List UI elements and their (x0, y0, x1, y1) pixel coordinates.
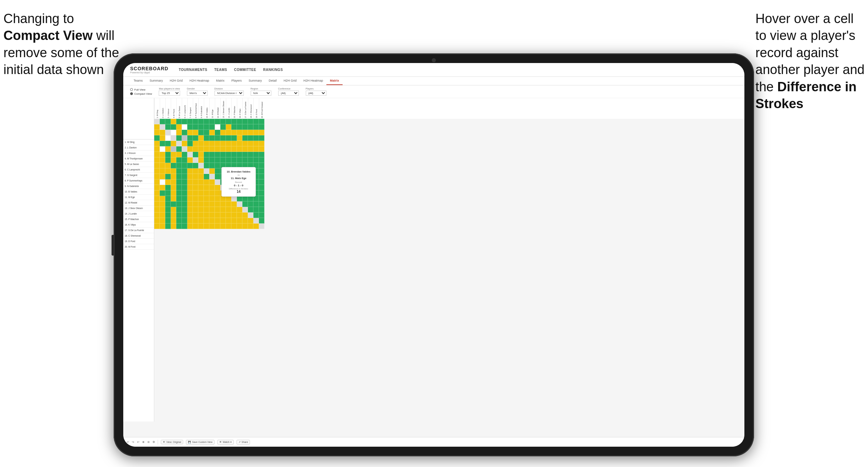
matrix-cell-18-10[interactable] (204, 212, 209, 218)
matrix-cell-7-8[interactable] (193, 152, 198, 157)
matrix-cell-2-16[interactable] (237, 124, 242, 130)
tab-teams[interactable]: Teams (130, 77, 146, 85)
matrix-cell-7-9[interactable] (198, 152, 204, 157)
matrix-cell-12-3[interactable] (165, 179, 171, 185)
matrix-cell-5-7[interactable] (187, 141, 193, 146)
matrix-cell-15-9[interactable] (198, 196, 204, 201)
matrix-cell-15-17[interactable] (242, 196, 248, 201)
matrix-cell-6-19[interactable] (253, 146, 259, 152)
matrix-cell-2-5[interactable] (176, 124, 182, 130)
matrix-cell-18-2[interactable] (160, 212, 165, 218)
matrix-cell-5-5[interactable] (176, 141, 182, 146)
tab-h2h-heatmap2[interactable]: H2H Heatmap (300, 77, 326, 85)
matrix-cell-8-19[interactable] (253, 157, 259, 163)
matrix-cell-16-3[interactable] (165, 201, 171, 207)
zoom-out-icon[interactable]: ⊖ (147, 440, 150, 444)
matrix-cell-6-6[interactable] (182, 146, 187, 152)
matrix-cell-2-3[interactable] (165, 124, 171, 130)
view-original-btn[interactable]: 👁 View: Original (161, 440, 183, 444)
matrix-cell-1-15[interactable] (231, 119, 237, 124)
matrix-cell-20-7[interactable] (187, 224, 193, 229)
matrix-cell-3-17[interactable] (242, 130, 248, 135)
matrix-cell-18-19[interactable] (253, 212, 259, 218)
matrix-cell-10-6[interactable] (182, 168, 187, 174)
matrix-cell-9-2[interactable] (160, 163, 165, 168)
matrix-cell-18-4[interactable] (171, 212, 176, 218)
matrix-cell-6-13[interactable] (220, 146, 226, 152)
matrix-cell-2-18[interactable] (248, 124, 253, 130)
matrix-cell-7-11[interactable] (209, 152, 215, 157)
matrix-cell-11-2[interactable] (160, 174, 165, 179)
matrix-cell-1-1[interactable] (154, 119, 160, 124)
matrix-cell-18-12[interactable] (215, 212, 220, 218)
matrix-cell-6-11[interactable] (209, 146, 215, 152)
matrix-cell-9-1[interactable] (154, 163, 160, 168)
matrix-cell-20-13[interactable] (220, 224, 226, 229)
matrix-cell-15-12[interactable] (215, 196, 220, 201)
matrix-cell-16-7[interactable] (187, 201, 193, 207)
matrix-cell-1-12[interactable] (215, 119, 220, 124)
matrix-cell-15-5[interactable] (176, 196, 182, 201)
matrix-cell-18-16[interactable] (237, 212, 242, 218)
watch-btn[interactable]: 👁 Watch ▾ (217, 440, 234, 445)
players-select[interactable]: (All) (306, 91, 326, 96)
matrix-cell-11-12[interactable] (215, 174, 220, 179)
matrix-cell-9-6[interactable] (182, 163, 187, 168)
matrix-cell-9-7[interactable] (187, 163, 193, 168)
matrix-cell-1-7[interactable] (187, 119, 193, 124)
matrix-cell-8-4[interactable] (171, 157, 176, 163)
matrix-cell-5-17[interactable] (242, 141, 248, 146)
matrix-cell-20-10[interactable] (204, 224, 209, 229)
tab-matrix2[interactable]: Matrix (326, 77, 343, 85)
matrix-cell-5-13[interactable] (220, 141, 226, 146)
matrix-cell-3-15[interactable] (231, 130, 237, 135)
matrix-cell-11-10[interactable] (204, 174, 209, 179)
matrix-cell-5-4[interactable] (171, 141, 176, 146)
matrix-cell-1-16[interactable] (237, 119, 242, 124)
matrix-cell-13-7[interactable] (187, 185, 193, 190)
matrix-cell-19-5[interactable] (176, 218, 182, 224)
matrix-cell-15-7[interactable] (187, 196, 193, 201)
matrix-cell-17-5[interactable] (176, 207, 182, 212)
matrix-cell-13-20[interactable] (259, 185, 264, 190)
tab-h2h-grid2[interactable]: H2H Grid (280, 77, 300, 85)
matrix-cell-10-4[interactable] (171, 168, 176, 174)
matrix-cell-20-20[interactable] (259, 224, 264, 229)
matrix-cell-15-13[interactable] (220, 196, 226, 201)
matrix-cell-11-9[interactable] (198, 174, 204, 179)
matrix-cell-17-19[interactable] (253, 207, 259, 212)
matrix-cell-20-17[interactable] (242, 224, 248, 229)
matrix-cell-12-1[interactable] (154, 179, 160, 185)
matrix-cell-14-2[interactable] (160, 190, 165, 196)
matrix-cell-4-4[interactable] (171, 135, 176, 141)
matrix-cell-16-1[interactable] (154, 201, 160, 207)
matrix-cell-3-13[interactable] (220, 130, 226, 135)
matrix-cell-13-9[interactable] (198, 185, 204, 190)
matrix-cell-3-4[interactable] (171, 130, 176, 135)
matrix-cell-4-3[interactable] (165, 135, 171, 141)
matrix-cell-6-18[interactable] (248, 146, 253, 152)
matrix-cell-8-8[interactable] (193, 157, 198, 163)
matrix-cell-16-2[interactable] (160, 201, 165, 207)
matrix-cell-11-11[interactable] (209, 174, 215, 179)
matrix-cell-5-6[interactable] (182, 141, 187, 146)
matrix-cell-7-17[interactable] (242, 152, 248, 157)
matrix-cell-4-11[interactable] (209, 135, 215, 141)
matrix-cell-5-10[interactable] (204, 141, 209, 146)
matrix-cell-6-12[interactable] (215, 146, 220, 152)
matrix-cell-7-1[interactable] (154, 152, 160, 157)
matrix-cell-1-2[interactable] (160, 119, 165, 124)
matrix-cell-13-8[interactable] (193, 185, 198, 190)
matrix-cell-17-3[interactable] (165, 207, 171, 212)
matrix-cell-8-7[interactable] (187, 157, 193, 163)
matrix-cell-1-11[interactable] (209, 119, 215, 124)
matrix-cell-7-15[interactable] (231, 152, 237, 157)
matrix-cell-10-11[interactable] (209, 168, 215, 174)
gender-select[interactable]: Men's (187, 91, 208, 96)
matrix-cell-4-8[interactable] (193, 135, 198, 141)
matrix-cell-19-19[interactable] (253, 218, 259, 224)
matrix-cell-19-11[interactable] (209, 218, 215, 224)
matrix-cell-13-6[interactable] (182, 185, 187, 190)
matrix-cell-20-4[interactable] (171, 224, 176, 229)
matrix-cell-7-3[interactable] (165, 152, 171, 157)
